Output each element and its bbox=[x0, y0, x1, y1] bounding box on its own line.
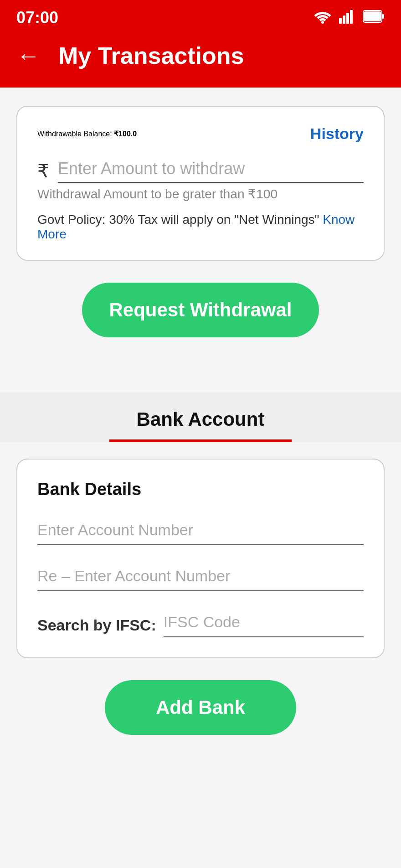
amount-input[interactable] bbox=[58, 159, 364, 183]
ifsc-row: Search by IFSC: bbox=[37, 613, 364, 637]
balance-label: Withdrawable Balance: ₹100.0 bbox=[37, 129, 137, 138]
bank-account-tab[interactable]: Bank Account bbox=[109, 408, 292, 442]
svg-point-0 bbox=[321, 21, 324, 24]
bank-details-card: Bank Details Search by IFSC: bbox=[16, 459, 385, 658]
bank-tab-bar: Bank Account bbox=[0, 408, 401, 442]
battery-icon bbox=[363, 10, 385, 26]
bank-details-title: Bank Details bbox=[37, 480, 364, 499]
app-header: ← My Transactions bbox=[0, 33, 401, 88]
status-icons bbox=[314, 9, 385, 27]
request-withdrawal-button[interactable]: Request Withdrawal bbox=[82, 283, 319, 337]
main-content: Withdrawable Balance: ₹100.0 History ₹ W… bbox=[0, 88, 401, 392]
ifsc-input[interactable] bbox=[164, 613, 364, 637]
status-bar: 07:00 bbox=[0, 0, 401, 33]
back-button[interactable]: ← bbox=[16, 44, 40, 67]
withdrawal-hint: Withdrawal Amount to be grater than ₹100 bbox=[37, 186, 364, 202]
svg-rect-2 bbox=[343, 16, 345, 24]
rupee-symbol: ₹ bbox=[37, 160, 49, 181]
account-number-input[interactable] bbox=[37, 521, 364, 545]
svg-rect-4 bbox=[350, 10, 353, 24]
tax-policy: Govt Policy: 30% Tax will apply on "Net … bbox=[37, 212, 364, 242]
svg-rect-7 bbox=[364, 11, 381, 21]
add-bank-button[interactable]: Add Bank bbox=[105, 680, 296, 735]
re-account-number-group bbox=[37, 567, 364, 591]
re-account-number-input[interactable] bbox=[37, 567, 364, 591]
svg-rect-6 bbox=[382, 14, 384, 19]
bank-tab-section: Bank Account bbox=[0, 392, 401, 442]
status-time: 07:00 bbox=[16, 8, 58, 27]
balance-card: Withdrawable Balance: ₹100.0 History ₹ W… bbox=[16, 106, 385, 261]
account-number-group bbox=[37, 521, 364, 545]
balance-row: Withdrawable Balance: ₹100.0 History bbox=[37, 125, 364, 143]
wifi-icon bbox=[314, 9, 332, 27]
signal-icon bbox=[339, 9, 355, 27]
ifsc-label: Search by IFSC: bbox=[37, 616, 156, 634]
amount-input-row: ₹ bbox=[37, 159, 364, 183]
page-title: My Transactions bbox=[58, 42, 244, 69]
history-link[interactable]: History bbox=[310, 125, 364, 143]
svg-rect-1 bbox=[339, 18, 342, 24]
svg-rect-3 bbox=[346, 13, 349, 24]
